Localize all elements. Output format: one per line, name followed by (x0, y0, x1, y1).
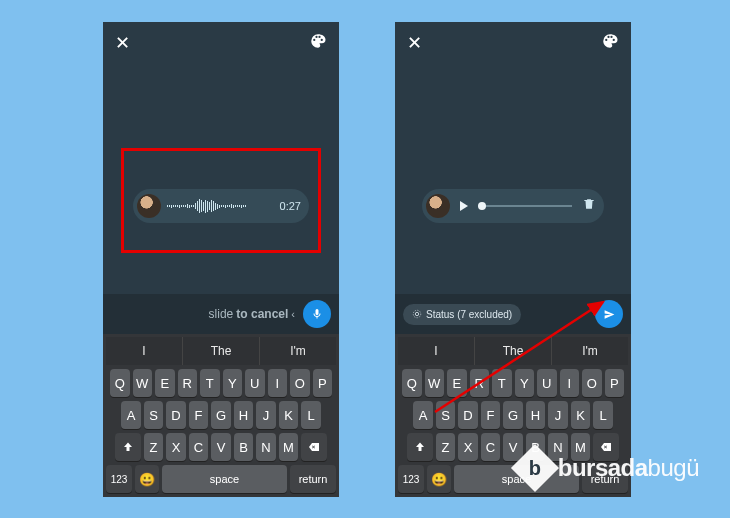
shift-key[interactable] (115, 433, 141, 461)
key-r[interactable]: R (470, 369, 490, 397)
keyboard-bottom-row (398, 493, 628, 497)
suggestion-bar[interactable]: ITheI'm (106, 337, 336, 365)
key-q[interactable]: Q (402, 369, 422, 397)
voice-note-pill[interactable]: 0:27 (133, 189, 309, 223)
key-i[interactable]: I (560, 369, 580, 397)
suggestion[interactable]: The (475, 337, 552, 365)
watermark-badge: b (511, 444, 559, 492)
key-a[interactable]: A (121, 401, 141, 429)
key-p[interactable]: P (313, 369, 333, 397)
trash-icon[interactable] (582, 197, 596, 215)
space-key[interactable]: space (162, 465, 287, 493)
key-h[interactable]: H (526, 401, 546, 429)
numeric-key[interactable]: 123 (398, 465, 424, 493)
key-h[interactable]: H (234, 401, 254, 429)
key-g[interactable]: G (211, 401, 231, 429)
key-p[interactable]: P (605, 369, 625, 397)
svg-point-1 (415, 312, 418, 315)
action-row: slide to cancel ‹ (103, 294, 339, 334)
return-key[interactable]: return (290, 465, 336, 493)
scrubber[interactable] (478, 205, 572, 207)
send-button[interactable] (595, 300, 623, 328)
key-i[interactable]: I (268, 369, 288, 397)
action-row: Status (7 excluded) (395, 294, 631, 334)
close-icon[interactable]: ✕ (115, 32, 130, 54)
emoji-key[interactable]: 😀 (135, 465, 159, 493)
key-o[interactable]: O (582, 369, 602, 397)
palette-icon[interactable] (309, 32, 327, 54)
key-r[interactable]: R (178, 369, 198, 397)
key-v[interactable]: V (211, 433, 231, 461)
key-e[interactable]: E (155, 369, 175, 397)
status-chip-label: Status (7 excluded) (426, 309, 512, 320)
key-k[interactable]: K (279, 401, 299, 429)
screenshot-stage: ✕ 0:27 slide to cancel ‹ ITheI'mQWERT (28, 22, 699, 497)
key-g[interactable]: G (503, 401, 523, 429)
suggestion[interactable]: I (106, 337, 183, 365)
palette-icon[interactable] (601, 32, 619, 54)
key-y[interactable]: Y (515, 369, 535, 397)
key-k[interactable]: K (571, 401, 591, 429)
chevron-left-icon: ‹ (291, 308, 295, 320)
key-u[interactable]: U (245, 369, 265, 397)
key-z[interactable]: Z (436, 433, 456, 461)
key-a[interactable]: A (413, 401, 433, 429)
key-l[interactable]: L (593, 401, 613, 429)
key-t[interactable]: T (200, 369, 220, 397)
status-canvas: 0:27 (103, 64, 339, 294)
play-icon[interactable] (460, 201, 468, 211)
key-z[interactable]: Z (144, 433, 164, 461)
cancel-label: to cancel (236, 307, 288, 321)
suggestion[interactable]: I'm (260, 337, 336, 365)
shift-key[interactable] (407, 433, 433, 461)
slide-label: slide (209, 307, 234, 321)
key-d[interactable]: D (458, 401, 478, 429)
keyboard-bottom-row (106, 493, 336, 497)
key-e[interactable]: E (447, 369, 467, 397)
key-f[interactable]: F (189, 401, 209, 429)
avatar (426, 194, 450, 218)
key-j[interactable]: J (548, 401, 568, 429)
voice-note-pill[interactable] (422, 189, 604, 223)
status-canvas (395, 64, 631, 294)
key-o[interactable]: O (290, 369, 310, 397)
mic-button[interactable] (303, 300, 331, 328)
key-c[interactable]: C (481, 433, 501, 461)
key-w[interactable]: W (425, 369, 445, 397)
key-x[interactable]: X (166, 433, 186, 461)
watermark: b bursadabugü (518, 451, 699, 485)
numeric-key[interactable]: 123 (106, 465, 132, 493)
suggestion[interactable]: I (398, 337, 475, 365)
avatar (137, 194, 161, 218)
key-l[interactable]: L (301, 401, 321, 429)
key-y[interactable]: Y (223, 369, 243, 397)
key-d[interactable]: D (166, 401, 186, 429)
backspace-key[interactable] (301, 433, 327, 461)
key-m[interactable]: M (279, 433, 299, 461)
voice-duration: 0:27 (280, 200, 301, 212)
key-x[interactable]: X (458, 433, 478, 461)
key-c[interactable]: C (189, 433, 209, 461)
top-bar: ✕ (103, 22, 339, 64)
key-w[interactable]: W (133, 369, 153, 397)
status-privacy-chip[interactable]: Status (7 excluded) (403, 304, 521, 325)
close-icon[interactable]: ✕ (407, 32, 422, 54)
suggestion[interactable]: The (183, 337, 260, 365)
phone-send-state: ✕ Status (7 excluded) (395, 22, 631, 497)
key-q[interactable]: Q (110, 369, 130, 397)
keyboard[interactable]: ITheI'mQWERTYUIOPASDFGHJKLZXCVBNM123😀spa… (103, 334, 339, 497)
top-bar: ✕ (395, 22, 631, 64)
suggestion-bar[interactable]: ITheI'm (398, 337, 628, 365)
slide-to-cancel[interactable]: slide to cancel ‹ (209, 307, 295, 321)
key-j[interactable]: J (256, 401, 276, 429)
key-u[interactable]: U (537, 369, 557, 397)
emoji-key[interactable]: 😀 (427, 465, 451, 493)
phone-recording-state: ✕ 0:27 slide to cancel ‹ ITheI'mQWERT (103, 22, 339, 497)
key-b[interactable]: B (234, 433, 254, 461)
key-n[interactable]: N (256, 433, 276, 461)
key-s[interactable]: S (436, 401, 456, 429)
suggestion[interactable]: I'm (552, 337, 628, 365)
key-s[interactable]: S (144, 401, 164, 429)
key-t[interactable]: T (492, 369, 512, 397)
key-f[interactable]: F (481, 401, 501, 429)
